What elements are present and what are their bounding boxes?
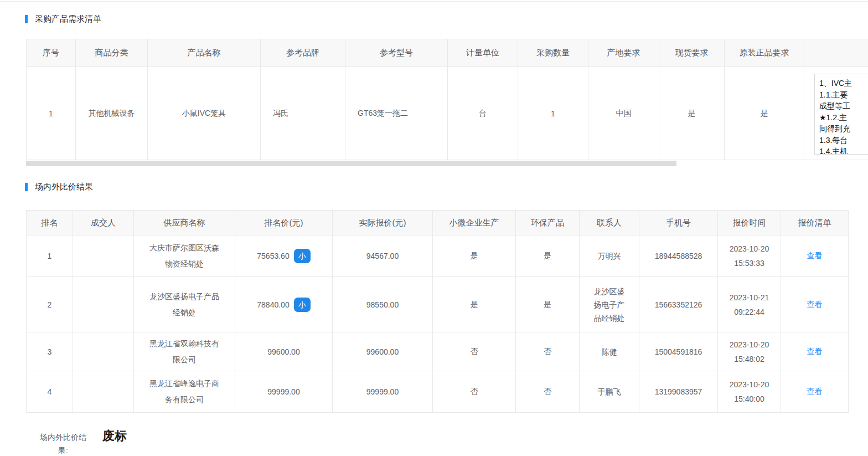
cell-product-name: 小鼠IVC笼具 [148,67,261,160]
cell-small-micro: 是 [433,277,516,332]
cell-stock: 是 [659,67,725,160]
column-header-model: 参考型号 [345,39,448,67]
cell-quote-time: 2023-10-20 15:48:02 [718,332,781,371]
cell-small-micro: 否 [433,371,516,413]
section-header-demand-list: 采购产品需求清单 [25,14,868,24]
cell-supplier: 黑龙江省双翰科技有限公司 [134,332,235,371]
comparison-table-container: 排名 成交人 供应商名称 排名价(元) 实际报价(元) 小微企业生产 环保产品 … [26,210,868,413]
cell-supplier: 大庆市萨尔图区沃森物资经销处 [134,235,235,277]
cell-rank-price: 99600.00 [235,332,333,371]
column-header-rank-price: 排名价(元) [235,211,333,235]
cell-winner [73,332,134,371]
cell-model: GT63笼一拖二 [345,67,448,160]
column-header-rank: 排名 [27,211,73,235]
view-quote-link[interactable]: 查看 [807,387,823,396]
view-quote-link[interactable]: 查看 [807,347,823,356]
horizontal-scrollbar-track[interactable] [26,161,868,166]
spec-line: 1.1.主要 [819,89,868,101]
column-header-quote-list: 报价清单 [781,211,849,235]
cell-quote-list: 查看 [781,277,849,332]
demand-table: 序号 商品分类 产品名称 参考品牌 参考型号 计量单位 采购数量 产地要求 现货… [26,39,868,160]
cell-supplier: 黑龙江省峰逸电子商务有限公司 [134,371,235,413]
spec-line: 间得到充 [819,123,868,135]
column-header-quantity: 采购数量 [518,39,588,67]
comparison-row: 1 大庆市萨尔图区沃森物资经销处 75653.60小 94567.00 是 是 … [27,235,849,277]
column-header-supplier: 供应商名称 [134,211,235,235]
column-header-genuine: 原装正品要求 [725,39,804,67]
column-header-brand: 参考品牌 [261,39,345,67]
cell-genuine: 是 [725,67,804,160]
cell-rank: 2 [27,277,73,332]
column-header-contact: 联系人 [580,211,639,235]
view-quote-link[interactable]: 查看 [807,251,823,260]
cell-actual-price: 99600.00 [333,332,433,371]
cell-rank-price: 75653.60小 [235,235,333,277]
column-header-phone: 手机号 [639,211,718,235]
cell-quote-list: 查看 [781,332,849,371]
cell-eco: 否 [516,332,580,371]
contact-name: 陈健 [602,345,617,358]
cell-winner [73,235,134,277]
spec-line: 1.3.每台 [819,135,868,146]
column-header-stock: 现货要求 [659,39,725,67]
demand-header-row: 序号 商品分类 产品名称 参考品牌 参考型号 计量单位 采购数量 产地要求 现货… [27,39,868,67]
view-quote-link[interactable]: 查看 [807,300,823,309]
cell-rank: 3 [27,332,73,371]
cell-small-micro: 否 [433,332,516,371]
cell-rank: 1 [27,235,73,277]
column-header-origin: 产地要求 [588,39,659,67]
cell-quantity: 1 [518,67,588,160]
rank-price-value: 99999.00 [267,388,299,397]
cell-quote-list: 查看 [781,235,849,277]
cell-winner [73,371,134,413]
column-header-unit: 计量单位 [448,39,518,67]
cell-small-micro: 是 [433,235,516,277]
demand-table-row: 1 其他机械设备 小鼠IVC笼具 冯氏 GT63笼一拖二 台 1 中国 是 是 … [27,67,868,160]
cell-actual-price: 99999.00 [333,371,433,413]
rank-price-value: 99600.00 [267,347,299,356]
cell-contact: 于鹏飞 [580,371,639,413]
comparison-result-label: 场内外比价结果: [39,431,87,456]
contact-name: 于鹏飞 [598,385,621,398]
section-header-comparison: 场内外比价结果 [25,182,868,192]
quote-time: 2023-10-21 09:22:44 [726,290,773,319]
column-header-small-micro: 小微企业生产 [433,211,516,235]
spec-line: 1、IVC主 [819,78,868,89]
horizontal-scrollbar-thumb[interactable] [26,161,676,166]
cell-eco: 是 [516,235,580,277]
column-header-eco: 环保产品 [516,211,580,235]
column-header-product-name: 产品名称 [148,39,261,67]
spec-text-box: 1、IVC主 1.1.主要 成型等工 ★1.2.主 间得到充 1.3.每台 1.… [814,74,868,155]
cell-brand: 冯氏 [261,67,345,160]
comparison-result-value: 废标 [102,428,127,444]
quote-time: 2023-10-20 15:48:02 [726,337,773,366]
rank-price-value: 75653.60 [257,252,289,260]
cell-quote-time: 2023-10-21 09:22:44 [718,277,781,332]
column-header-actual-price: 实际报价(元) [333,211,433,235]
cell-phone: 15663352126 [639,277,718,332]
cell-unit: 台 [448,67,518,160]
cell-eco: 否 [516,371,580,413]
quote-time: 2023-10-20 15:53:33 [726,242,773,270]
rank-price-value: 78840.00 [257,300,289,309]
spec-line: ★1.2.主 [819,112,868,124]
cell-quote-list: 查看 [781,371,849,413]
small-enterprise-badge: 小 [294,249,311,263]
cell-phone: 18944588528 [639,235,718,277]
cell-contact: 陈健 [580,332,639,371]
cell-actual-price: 94567.00 [333,235,433,277]
cell-seq: 1 [27,67,76,160]
comparison-header-row: 排名 成交人 供应商名称 排名价(元) 实际报价(元) 小微企业生产 环保产品 … [27,211,849,235]
contact-name: 龙沙区盛扬电子产品经销处 [592,285,627,325]
cell-actual-price: 98550.00 [333,277,433,332]
small-enterprise-badge: 小 [294,298,311,312]
comparison-result-row: 场内外比价结果: 废标 [39,431,868,456]
comparison-table: 排名 成交人 供应商名称 排名价(元) 实际报价(元) 小微企业生产 环保产品 … [26,210,849,413]
cell-winner [73,277,134,332]
supplier-name: 黑龙江省双翰科技有限公司 [148,336,220,368]
supplier-name: 黑龙江省峰逸电子商务有限公司 [148,376,220,408]
comparison-row: 2 龙沙区盛扬电子产品经销处 78840.00小 98550.00 是 是 龙沙… [27,277,849,332]
column-header-quote-time: 报价时间 [718,211,781,235]
cell-quote-time: 2023-10-20 15:53:33 [718,235,781,277]
procurement-page: 采购产品需求清单 序号 商品分类 产品名称 参考品牌 参考型号 计量单位 采购数… [0,1,868,456]
